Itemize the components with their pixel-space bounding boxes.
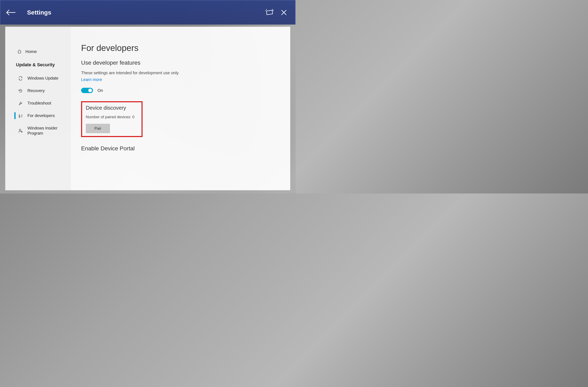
sidebar-item-recovery[interactable]: Recovery [5,84,71,97]
paired-devices-count: Number of paired devices: 0 [86,115,138,119]
toggle-state-label: On [98,88,103,93]
sidebar-item-label: Recovery [27,88,71,93]
toggle-knob [88,89,92,92]
sync-icon [18,76,23,81]
follow-me-button[interactable] [262,5,277,20]
sidebar-home[interactable]: Home [5,46,71,57]
svg-point-0 [19,129,21,131]
sidebar-item-label: Troubleshoot [27,101,71,106]
history-icon [18,89,23,93]
dev-features-toggle[interactable] [81,88,93,93]
pair-button[interactable]: Pair [86,124,110,133]
section-use-dev-features: Use developer features [81,59,282,66]
sidebar-home-label: Home [25,49,37,54]
section-device-portal: Enable Device Portal [81,145,282,152]
close-button[interactable] [277,5,291,20]
slate-icon [265,9,274,16]
sidebar-item-for-developers[interactable]: For developers [5,109,71,122]
sidebar-item-label: Windows Update [27,76,71,81]
sidebar-item-label: For developers [27,113,71,118]
sidebar-category: Update & Security [5,57,71,72]
svg-point-1 [21,131,22,132]
home-icon [17,49,22,54]
sidebar-item-troubleshoot[interactable]: Troubleshoot [5,97,71,109]
sidebar-item-windows-insider[interactable]: Windows Insider Program [5,122,71,139]
settings-window: Home Update & Security Windows Update Re… [5,27,290,191]
sidebar-item-windows-update[interactable]: Windows Update [5,72,71,84]
arrow-left-icon [6,10,16,15]
tools-icon [18,114,23,118]
person-icon [18,128,23,133]
back-button[interactable] [4,6,17,19]
content-pane: For developers Use developer features Th… [71,27,290,190]
window-title: Settings [27,9,51,16]
sidebar: Home Update & Security Windows Update Re… [5,27,71,190]
page-title: For developers [81,43,282,53]
close-icon [281,10,287,15]
device-discovery-highlight: Device discovery Number of paired device… [81,101,143,137]
wrench-icon [18,101,23,106]
sidebar-item-label: Windows Insider Program [27,126,71,136]
section-device-discovery: Device discovery [86,105,138,111]
window-titlebar: Settings [0,0,295,24]
dev-features-description: These settings are intended for developm… [81,71,282,75]
learn-more-link[interactable]: Learn more [81,77,102,82]
